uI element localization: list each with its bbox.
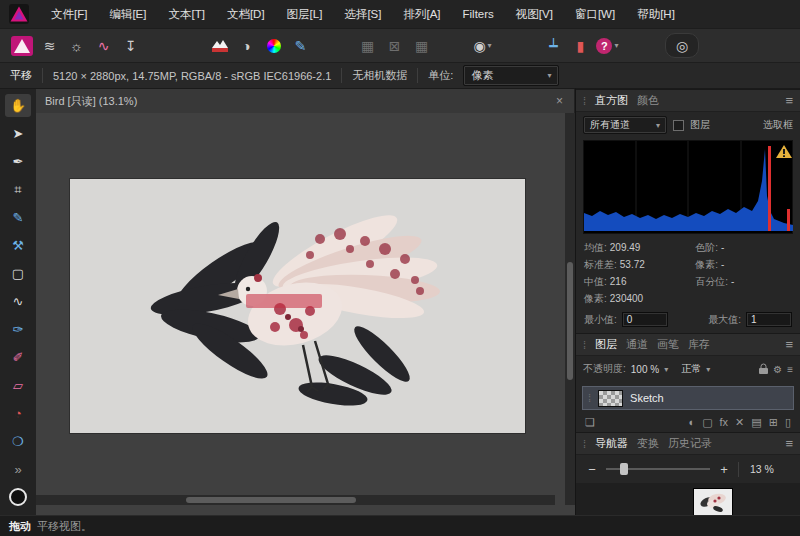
separator (738, 462, 739, 477)
crop-icon: ⌗ (14, 182, 21, 198)
layer-thumbnail[interactable] (598, 390, 623, 407)
menu-filters[interactable]: Filters (452, 0, 505, 28)
repair-tool[interactable]: ⚒ (5, 234, 31, 257)
duplicate-layer-icon[interactable]: ❏ (585, 416, 595, 429)
panel-grip-icon[interactable]: ⁞ (583, 438, 586, 450)
export-persona-button[interactable]: ↧ (117, 33, 144, 58)
horizontal-scrollbar[interactable] (36, 495, 555, 505)
fx-icon[interactable]: fx (720, 416, 729, 428)
menu-view[interactable]: 视图[V] (505, 0, 564, 28)
panel-grip-icon[interactable]: ⁞ (583, 339, 586, 351)
add-layer-icon[interactable]: ⊞ (769, 416, 778, 429)
panel-menu-icon[interactable]: ≡ (785, 337, 793, 352)
channel-dropdown[interactable]: 所有通道 ▾ (583, 116, 667, 134)
color-picker-tool[interactable]: ✒ (5, 150, 31, 173)
assistant-button[interactable]: ◉ ▾ (469, 33, 496, 58)
marquee-select-tool[interactable]: ▢ (5, 262, 31, 285)
vertical-scrollbar-thumb[interactable] (567, 262, 573, 380)
menu-edit[interactable]: 编辑[E] (98, 0, 157, 28)
panel-menu-icon[interactable]: ≡ (785, 93, 793, 108)
panel-grip-icon[interactable]: ⁞ (583, 95, 586, 107)
navigator-thumbnail[interactable] (694, 489, 732, 517)
color-swatch[interactable] (9, 488, 27, 506)
menu-file[interactable]: 文件[F] (40, 0, 98, 28)
more-tools-button[interactable]: » (5, 458, 31, 481)
panel-menu-icon[interactable]: ≡ (787, 364, 793, 375)
horizontal-scrollbar-thumb[interactable] (186, 497, 356, 503)
proof-button[interactable]: ▮ (567, 33, 594, 58)
develop-persona-button[interactable]: ≋ (36, 33, 63, 58)
freehand-select-tool[interactable]: ∿ (5, 290, 31, 313)
layer-name[interactable]: Sketch (630, 392, 664, 404)
tab-stock[interactable]: 库存 (688, 337, 710, 352)
mask-icon[interactable]: ▢ (702, 416, 712, 429)
paint-brush-tool[interactable]: ✐ (5, 346, 31, 369)
menu-text[interactable]: 文本[T] (157, 0, 215, 28)
zoom-slider-knob[interactable] (620, 463, 628, 475)
blur-tool[interactable]: ❍ (5, 430, 31, 453)
warning-icon (776, 145, 792, 158)
tone-mapping-persona-button[interactable]: ☼ (63, 33, 90, 58)
menu-select[interactable]: 选择[S] (333, 0, 392, 28)
menu-layer[interactable]: 图层[L] (276, 0, 334, 28)
auto-white-balance-button[interactable]: ✎ (287, 33, 314, 58)
rulers-button[interactable]: ┷ (540, 33, 567, 58)
min-label: 最小值: (584, 313, 617, 327)
view-hand-tool[interactable]: ✋ (5, 94, 31, 117)
photo-persona-button[interactable] (8, 33, 36, 58)
opacity-value[interactable]: 100 % (631, 364, 659, 375)
tab-layers[interactable]: 图层 (595, 337, 617, 352)
channel-value: 所有通道 (590, 118, 630, 132)
marquee-label[interactable]: 选取框 (763, 118, 793, 132)
tab-channels[interactable]: 通道 (626, 337, 648, 352)
navigator-preview[interactable] (576, 483, 800, 515)
menu-document[interactable]: 文档[D] (216, 0, 276, 28)
unit-dropdown[interactable]: 像素 ▾ (463, 65, 559, 86)
max-input[interactable]: 1 (746, 312, 792, 327)
layer-row-sketch[interactable]: ⁞ Sketch (582, 386, 794, 410)
lock-icon[interactable] (759, 363, 768, 376)
vertical-scrollbar[interactable] (565, 113, 575, 505)
quick-help-button[interactable]: ? ▾ (594, 33, 621, 58)
eraser-tool[interactable]: ▱ (5, 374, 31, 397)
document-tab[interactable]: Bird [只读] (13.1%) × (36, 89, 575, 113)
liquify-persona-button[interactable]: ∿ (90, 33, 117, 58)
snapping-button-2[interactable]: ⊠ (381, 33, 408, 58)
blend-mode-dropdown[interactable]: 正常 (681, 362, 701, 376)
zoom-slider[interactable] (606, 462, 710, 476)
snapping-button-3[interactable]: ▦ (408, 33, 435, 58)
chevron-down-icon: ▾ (706, 365, 710, 374)
dodge-burn-tool[interactable]: ◔ (5, 402, 31, 425)
auto-colour-button[interactable] (260, 33, 287, 58)
canvas-viewport[interactable] (36, 113, 565, 505)
tab-histogram[interactable]: 直方图 (595, 93, 628, 108)
close-icon[interactable]: × (554, 94, 565, 108)
vector-pen-tool[interactable]: ✑ (5, 318, 31, 341)
crop-tool[interactable]: ⌗ (5, 178, 31, 201)
zoom-out-button[interactable]: − (585, 462, 599, 477)
tab-navigator[interactable]: 导航器 (595, 436, 628, 451)
tab-history[interactable]: 历史记录 (668, 436, 712, 451)
panel-menu-icon[interactable]: ≡ (785, 436, 793, 451)
toolbar-extra-button[interactable]: ◎ (665, 33, 699, 58)
tab-color[interactable]: 颜色 (637, 93, 659, 108)
menu-arrange[interactable]: 排列[A] (392, 0, 451, 28)
min-input[interactable]: 0 (622, 312, 668, 327)
zoom-in-button[interactable]: + (717, 462, 731, 477)
group-icon[interactable]: ▤ (751, 416, 761, 429)
tab-transform[interactable]: 变换 (637, 436, 659, 451)
auto-contrast-button[interactable]: ◑ (233, 33, 260, 58)
layer-checkbox[interactable] (673, 120, 684, 131)
gear-icon[interactable]: ⚙ (773, 364, 782, 375)
remove-fx-icon[interactable]: ✕ (735, 416, 744, 429)
snapping-button-1[interactable]: ▦ (354, 33, 381, 58)
zoom-value[interactable]: 13 % (750, 463, 774, 475)
tab-brushes[interactable]: 画笔 (657, 337, 679, 352)
move-tool[interactable]: ➤ (5, 122, 31, 145)
menu-window[interactable]: 窗口[W] (564, 0, 626, 28)
menu-help[interactable]: 帮助[H] (626, 0, 686, 28)
auto-levels-button[interactable] (206, 33, 233, 58)
trash-icon[interactable]: ▯ (785, 416, 791, 429)
adjustment-icon[interactable]: ◐ (688, 416, 695, 428)
pen-tool[interactable]: ✎ (5, 206, 31, 229)
